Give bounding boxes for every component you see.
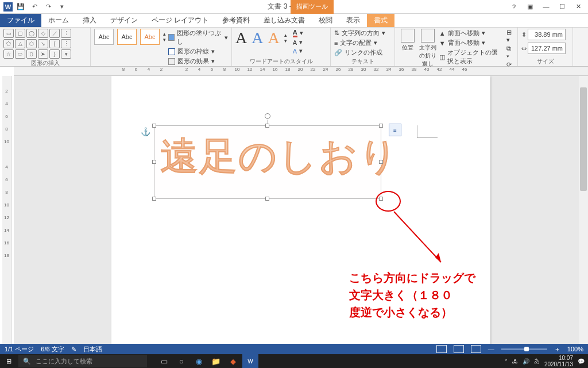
tray-clock[interactable]: 10:07 2020/11/13	[544, 355, 573, 367]
maximize-icon[interactable]: ☐	[555, 1, 570, 13]
layout-options-icon[interactable]: ≡	[389, 124, 401, 136]
tab-file[interactable]: ファイル	[0, 14, 41, 27]
shape-style-gallery[interactable]: Abc Abc Abc ▴▾	[94, 29, 166, 45]
wrap-text-button[interactable]: 文字列の折り返し	[419, 29, 436, 68]
svg-marker-1	[435, 253, 441, 262]
explorer-icon[interactable]: 📁	[208, 354, 224, 368]
tab-design[interactable]: デザイン	[103, 14, 145, 27]
shape-style-2[interactable]: Abc	[117, 29, 137, 45]
word-taskbar-icon[interactable]: W	[242, 354, 258, 368]
save-icon[interactable]: 💾	[15, 1, 26, 13]
tab-format[interactable]: 書式	[367, 14, 394, 27]
minimize-icon[interactable]: —	[539, 1, 554, 13]
anchor-icon: ⚓	[141, 127, 149, 135]
group-label-size: サイズ	[521, 57, 569, 66]
resize-handle-mr[interactable]	[379, 160, 383, 164]
status-bar: 1/1 ページ 6/6 文字 ✎ 日本語 — ＋ 100%	[0, 344, 588, 354]
shape-gallery[interactable]: ▭▢◯◇／⋮ ⬠△⬡↘{⋮ ☆⬭⬯➤}▾	[3, 29, 71, 59]
tray-notifications-icon[interactable]: 💬	[578, 358, 585, 365]
status-page[interactable]: 1/1 ページ	[5, 345, 34, 354]
zoom-level[interactable]: 100%	[567, 346, 583, 352]
qat-customize-icon[interactable]: ▾	[56, 1, 68, 13]
shape-style-1[interactable]: Abc	[94, 29, 114, 45]
shape-outline-button[interactable]: 図形の枠線 ▾	[168, 47, 228, 56]
annotation-circle	[376, 191, 401, 212]
group-label-text: テキスト	[334, 57, 391, 66]
tab-view[interactable]: 表示	[339, 14, 367, 27]
wordart-object[interactable]: ⚓ ≡ 遠足のしおり	[154, 125, 381, 199]
text-outline-button[interactable]: A ▾	[293, 39, 303, 46]
search-icon: 🔍	[23, 358, 31, 365]
ruler-horizontal[interactable]: 8642246810121416182022242628303234363840…	[14, 67, 588, 76]
undo-icon[interactable]: ↶	[29, 1, 40, 13]
position-button[interactable]: 位置	[399, 29, 416, 52]
shape-width-input[interactable]: 127.27 mm	[528, 43, 566, 54]
view-print-icon[interactable]	[454, 345, 464, 353]
tab-references[interactable]: 参考資料	[215, 14, 257, 27]
text-effects-button[interactable]: A ▾	[293, 47, 303, 55]
help-icon[interactable]: ?	[506, 1, 521, 13]
context-tool-label: 描画ツール	[291, 0, 334, 14]
resize-handle-bm[interactable]	[265, 197, 269, 201]
resize-handle-bl[interactable]	[152, 197, 156, 201]
start-button[interactable]: ⊞	[0, 354, 17, 368]
app-icon[interactable]: ◆	[225, 354, 241, 368]
document-area[interactable]: ⚓ ≡ 遠足のしおり こちら方向にドラッグで 文字大きく（１８０ 度逆で小さくな…	[14, 76, 579, 344]
view-web-icon[interactable]	[471, 345, 481, 353]
selection-pane-button[interactable]: ◫ オブジェクトの選択と表示	[439, 48, 502, 66]
status-words[interactable]: 6/6 文字	[41, 345, 64, 354]
wordart-style-1[interactable]: A	[235, 29, 247, 47]
bring-forward-button[interactable]: ▲ 前面へ移動 ▾	[439, 29, 502, 37]
shape-effects-button[interactable]: 図形の効果 ▾	[168, 57, 228, 66]
tray-volume-icon[interactable]: 🔊	[523, 358, 529, 365]
tab-mailings[interactable]: 差し込み文書	[257, 14, 312, 27]
zoom-slider[interactable]	[501, 348, 547, 350]
wordart-style-2[interactable]: A	[252, 29, 263, 47]
tab-insert[interactable]: 挿入	[76, 14, 103, 27]
word-app-icon: W	[3, 2, 13, 12]
tab-layout[interactable]: ページ レイアウト	[145, 14, 215, 27]
ribbon-options-icon[interactable]: ▣	[523, 1, 537, 13]
wordart-style-gallery[interactable]: A A A ▴▾	[235, 29, 287, 47]
resize-handle-tr[interactable]	[379, 124, 383, 128]
wordart-text[interactable]: 遠足のしおり	[154, 126, 381, 187]
shape-fill-button[interactable]: 図形の塗りつぶし ▾	[168, 29, 228, 46]
resize-handle-ml[interactable]	[152, 160, 156, 164]
rotate-handle[interactable]	[265, 113, 270, 119]
annotation-arrow	[392, 209, 447, 267]
status-proof-icon[interactable]: ✎	[71, 346, 76, 353]
status-language[interactable]: 日本語	[83, 345, 102, 354]
tray-chevron-icon[interactable]: ˄	[505, 358, 508, 365]
resize-handle-tl[interactable]	[152, 124, 156, 128]
create-link-button[interactable]: 🔗 リンクの作成	[334, 48, 385, 57]
shape-style-3[interactable]: Abc	[140, 29, 160, 45]
close-icon[interactable]: ✕	[571, 1, 586, 13]
text-align-button[interactable]: ≡ 文字の配置 ▾	[334, 39, 385, 47]
wordart-style-3[interactable]: A	[268, 29, 279, 47]
view-read-icon[interactable]	[436, 345, 447, 353]
edge-icon[interactable]: ◉	[191, 354, 207, 368]
group-button[interactable]: ⧉ ▾	[506, 45, 514, 60]
send-backward-button[interactable]: ▼ 背面へ移動 ▾	[439, 39, 502, 47]
page[interactable]: ⚓ ≡ 遠足のしおり こちら方向にドラッグで 文字大きく（１８０ 度逆で小さくな…	[111, 76, 490, 344]
tray-network-icon[interactable]: 🖧	[512, 358, 518, 365]
zoom-out-icon[interactable]: —	[488, 346, 494, 352]
task-view-icon[interactable]: ▭	[156, 354, 172, 368]
align-button[interactable]: ⊞ ▾	[506, 29, 514, 44]
resize-handle-tm[interactable]	[265, 124, 269, 128]
text-direction-button[interactable]: ⇅ 文字列の方向 ▾	[334, 29, 385, 37]
margin-guide	[417, 125, 438, 138]
text-fill-button[interactable]: A ▾	[293, 29, 303, 37]
taskbar-search[interactable]: 🔍 ここに入力して検索	[18, 355, 147, 367]
annotation-text: こちら方向にドラッグで 文字大きく（１８０ 度逆で小さくなる）	[349, 269, 475, 321]
svg-line-0	[394, 212, 441, 262]
shape-height-input[interactable]: 38.89 mm	[528, 29, 566, 40]
cortana-icon[interactable]: ○	[173, 354, 189, 368]
zoom-in-icon[interactable]: ＋	[554, 345, 560, 354]
redo-icon[interactable]: ↷	[42, 1, 54, 13]
tab-home[interactable]: ホーム	[41, 14, 76, 27]
tab-review[interactable]: 校閲	[312, 14, 339, 27]
tray-ime[interactable]: あ	[534, 357, 540, 365]
scrollbar-vertical[interactable]	[579, 76, 588, 344]
ruler-vertical[interactable]: 2468104681012141618	[2, 76, 11, 344]
